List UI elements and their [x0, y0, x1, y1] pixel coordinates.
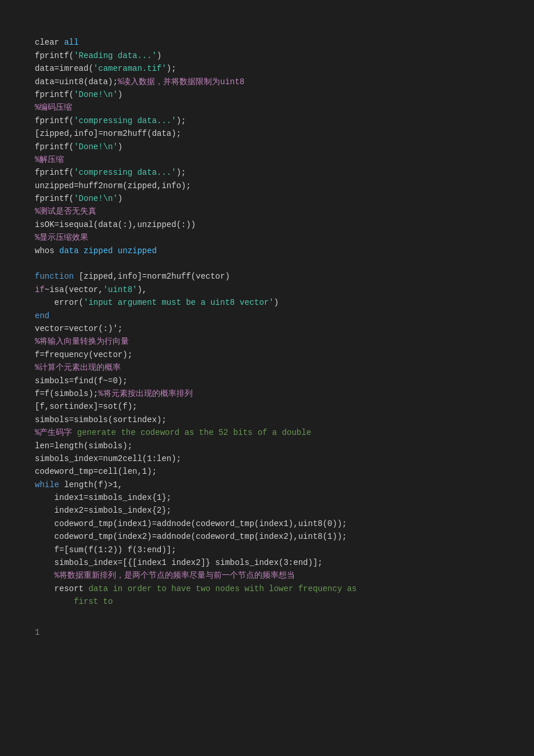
line-11: fprintf('compressing data...'); [35, 168, 186, 177]
line-33: simbols_index=num2cell(1:len); [35, 454, 181, 463]
line-17: whos data zipped unzipped [35, 246, 157, 255]
line-20: if~isa(vector,'uint8'), [35, 285, 147, 294]
line-28: f=f(simbols);%将元素按出现的概率排列 [35, 389, 193, 398]
line-19: function [zipped,info]=norm2huff(vector) [35, 272, 230, 281]
line-23: vector=vector(:)'; [35, 324, 122, 333]
line-32: len=length(simbols); [35, 441, 132, 451]
line-36: index1=simbols_index{1}; [35, 493, 171, 502]
line-44: first to [35, 597, 113, 606]
line-40: f=[sum(f(1:2)) f(3:end)]; [35, 545, 176, 555]
line-24: %将输入向量转换为行向量 [35, 337, 129, 346]
line-38: codeword_tmp(index1)=addnode(codeword_tm… [35, 519, 347, 528]
line-7: fprintf('compressing data...'); [35, 116, 186, 125]
line-45 [35, 610, 39, 620]
code-editor: clear all fprintf('Reading data...') dat… [35, 23, 499, 652]
line-15: isOK=isequal(data(:),unzipped(:)) [35, 220, 196, 229]
line-1: clear all [35, 38, 79, 47]
line-25: f=frequency(vector); [35, 350, 132, 359]
line-14: %测试是否无失真 [35, 207, 96, 216]
line-30: simbols=simbols(sortindex); [35, 415, 167, 424]
line-10: %解压缩 [35, 155, 64, 164]
line-13: fprintf('Done!\n') [35, 194, 122, 203]
line-43: resort data in order to have two nodes w… [35, 584, 357, 593]
line-4: data=uint8(data);%读入数据，并将数据限制为uint8 [35, 77, 244, 87]
line-41: simbols_index=[{[index1 index2]} simbols… [35, 558, 323, 567]
line-6: %编码压缩 [35, 103, 72, 112]
line-8: [zipped,info]=norm2huff(data); [35, 129, 181, 138]
line-9: fprintf('Done!\n') [35, 142, 122, 152]
line-39: codeword_tmp(index2)=addnode(codeword_tm… [35, 532, 347, 541]
line-5: fprintf('Done!\n') [35, 90, 122, 99]
line-42: %将数据重新排列，是两个节点的频率尽量与前一个节点的频率想当 [35, 571, 295, 580]
line-2: fprintf('Reading data...') [35, 51, 161, 60]
line-26: %计算个元素出现的概率 [35, 363, 121, 372]
line-21: error('input argument must be a uint8 ve… [35, 298, 279, 307]
line-12: unzipped=huff2norm(zipped,info); [35, 181, 191, 190]
line-22: end [35, 311, 49, 321]
line-18 [35, 259, 39, 268]
line-31: %产生码字 generate the codeword as the 52 bi… [35, 428, 311, 437]
line-16: %显示压缩效果 [35, 233, 88, 242]
line-37: index2=simbols_index{2}; [35, 506, 171, 515]
line-27: simbols=find(f~=0); [35, 376, 128, 386]
line-35: while length(f)>1, [35, 480, 122, 489]
line-3: data=imread('cameraman.tif'); [35, 64, 176, 73]
line-34: codeword_tmp=cell(len,1); [35, 467, 157, 476]
line-29: [f,sortindex]=sot(f); [35, 402, 137, 411]
page-number: 1 [35, 626, 499, 639]
